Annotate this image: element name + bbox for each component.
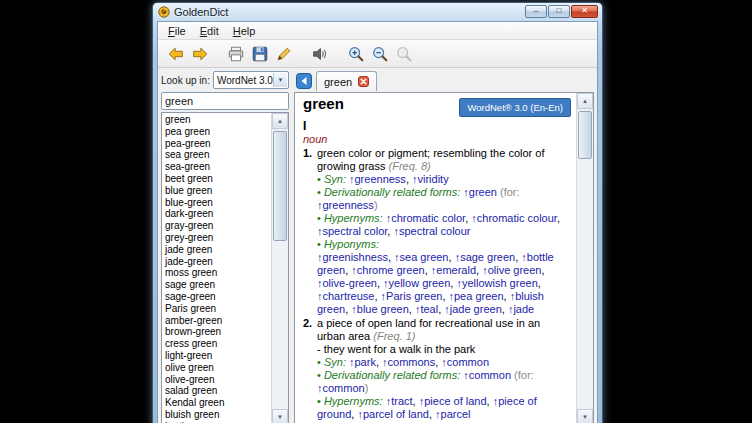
article-link[interactable]: ↑sage green (455, 251, 516, 263)
forward-button[interactable] (189, 43, 211, 65)
article-link[interactable]: ↑common (317, 382, 365, 394)
word-list-item[interactable]: pea green (162, 126, 272, 138)
article-link[interactable]: ↑olive-green (317, 277, 377, 289)
dictionary-badge[interactable]: WordNet® 3.0 (En-En) (459, 98, 571, 117)
article-scrollbar[interactable]: ▲ ▼ (576, 93, 593, 423)
word-list-item[interactable]: olive-green (162, 374, 272, 386)
toolbar-separator (333, 44, 343, 64)
article-link[interactable]: ↑green (463, 186, 497, 198)
word-list-scrollbar[interactable]: ▲ ▼ (271, 113, 288, 423)
edit-button[interactable] (273, 43, 295, 65)
word-list-item[interactable]: beet green (162, 173, 272, 185)
menu-item-file[interactable]: File (161, 24, 193, 38)
definition: a piece of open land for recreational us… (317, 317, 540, 342)
word-list-item[interactable]: blue green (162, 185, 272, 197)
word-list-item[interactable]: olive green (162, 362, 272, 374)
article-link[interactable]: ↑spectral color (317, 225, 387, 237)
close-button[interactable]: ✕ (571, 5, 598, 18)
word-list-item[interactable]: Kendal green (162, 397, 272, 409)
title-bar[interactable]: GoldenDict – □ ✕ (153, 3, 602, 21)
article-link[interactable]: ↑park (349, 356, 376, 368)
menu-item-help[interactable]: Help (226, 24, 263, 38)
article-link[interactable]: ↑common (441, 356, 489, 368)
tab-nav-left-button[interactable] (296, 73, 312, 89)
word-list-item[interactable]: sage green (162, 279, 272, 291)
article-link[interactable]: ↑jade green (444, 303, 502, 315)
article-link[interactable]: ↑olive green (482, 264, 541, 276)
article-link[interactable]: ↑spectral colour (393, 225, 470, 237)
for-note-close: ) (365, 382, 369, 394)
article-link[interactable]: ↑common (463, 369, 511, 381)
word-list-item[interactable]: gray-green (162, 220, 272, 232)
article-link[interactable]: ↑parcel (435, 408, 470, 420)
scroll-thumb[interactable] (578, 111, 592, 159)
scroll-thumb[interactable] (273, 131, 287, 241)
tab-close-icon[interactable] (358, 76, 369, 87)
scroll-down-button[interactable]: ▼ (272, 409, 288, 423)
minimize-button[interactable]: – (525, 5, 547, 18)
up-arrow-icon: ↑ (508, 303, 514, 315)
article-link[interactable]: ↑piece of land (419, 395, 487, 407)
article-link[interactable]: ↑yellowish green (456, 277, 537, 289)
word-list-item[interactable]: jade-green (162, 256, 272, 268)
article-link[interactable]: ↑teal (415, 303, 438, 315)
word-list-item[interactable]: salad green (162, 385, 272, 397)
scroll-down-button[interactable]: ▼ (577, 409, 593, 423)
word-list-item[interactable]: sage-green (162, 291, 272, 303)
zoom-out-button[interactable] (369, 43, 391, 65)
search-input[interactable] (161, 92, 289, 110)
article-link[interactable]: ↑tract (386, 395, 413, 407)
scroll-up-button[interactable]: ▲ (272, 113, 288, 129)
article-link[interactable]: ↑chromatic colour (471, 212, 557, 224)
dictionary-group-combobox[interactable]: WordNet 3.0 ▼ (213, 71, 289, 89)
article-link[interactable]: ↑greenness (349, 173, 406, 185)
article-link[interactable]: ↑jade (508, 303, 534, 315)
article-link[interactable]: ↑Paris green (381, 290, 443, 302)
word-list-item[interactable]: sea green (162, 149, 272, 161)
chevron-down-icon[interactable]: ▼ (273, 73, 287, 87)
combobox-value: WordNet 3.0 (217, 75, 273, 86)
word-list-item[interactable]: amber-green (162, 315, 272, 327)
article-link[interactable]: ↑blue green (351, 303, 409, 315)
up-arrow-icon: ↑ (383, 277, 389, 289)
word-list-item[interactable]: grey-green (162, 232, 272, 244)
word-list-item[interactable]: light-green (162, 350, 272, 362)
word-list-item[interactable]: moss green (162, 267, 272, 279)
article-link[interactable]: ↑greenness (317, 199, 374, 211)
word-list-item[interactable]: cress green (162, 338, 272, 350)
maximize-button[interactable]: □ (548, 5, 570, 18)
article-link[interactable]: ↑pea green (449, 290, 504, 302)
word-list-item[interactable]: pea-green (162, 138, 272, 150)
bullet-icon: • (317, 356, 321, 368)
print-button[interactable] (225, 43, 247, 65)
word-list-item[interactable]: dark-green (162, 208, 272, 220)
word-list-item[interactable]: sea-green (162, 161, 272, 173)
save-article-button[interactable] (249, 43, 271, 65)
back-button[interactable] (165, 43, 187, 65)
article-link[interactable]: ↑commons (382, 356, 435, 368)
article-link[interactable]: ↑chromatic color (386, 212, 465, 224)
article-link[interactable]: ↑parcel of land (357, 408, 429, 420)
article-link[interactable]: ↑greenishness (317, 251, 388, 263)
article-link[interactable]: ↑emerald (431, 264, 476, 276)
up-arrow-icon: ↑ (357, 408, 363, 420)
word-list-item[interactable]: blue-green (162, 197, 272, 209)
article-link[interactable]: ↑viridity (412, 173, 449, 185)
article-link[interactable]: ↑sea green (394, 251, 448, 263)
word-list-item[interactable]: green (162, 114, 272, 126)
word-list-item[interactable]: bluish green (162, 409, 272, 421)
zoom-reset-button[interactable] (393, 43, 415, 65)
article-link[interactable]: ↑chrome green (351, 264, 424, 276)
tab-green[interactable]: green (316, 71, 377, 91)
zoom-in-button[interactable] (345, 43, 367, 65)
article-link[interactable]: ↑yellow green (383, 277, 450, 289)
word-list-item[interactable]: jade green (162, 244, 272, 256)
article-link[interactable]: ↑chartreuse (317, 290, 374, 302)
scroll-up-button[interactable]: ▲ (577, 93, 593, 109)
word-list-item[interactable]: brown-green (162, 326, 272, 338)
menu-item-edit[interactable]: Edit (193, 24, 226, 38)
pronounce-button[interactable] (309, 43, 331, 65)
window-title: GoldenDict (174, 6, 228, 18)
word-list-item[interactable]: Paris green (162, 303, 272, 315)
floppy-icon (251, 45, 269, 63)
